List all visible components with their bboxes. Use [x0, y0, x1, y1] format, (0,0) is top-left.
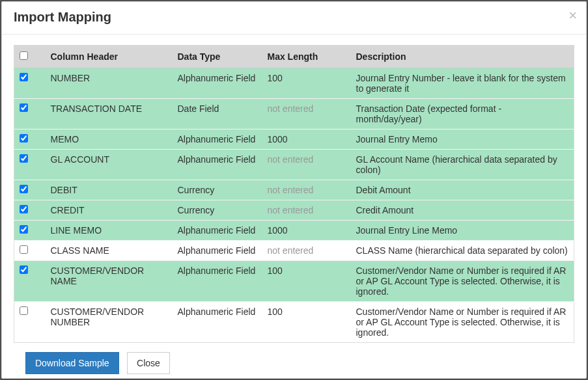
header-select-all	[14, 46, 46, 68]
row-column-header: TRANSACTION DATE	[46, 99, 173, 129]
row-description: Journal Entry Line Memo	[351, 221, 574, 241]
modal-footer: Download Sample Close	[14, 343, 574, 379]
row-data-type: Alphanumeric Field	[173, 221, 262, 241]
header-description: Description	[351, 46, 574, 68]
row-max-length: not entered	[262, 99, 351, 129]
row-checkbox[interactable]	[20, 205, 28, 213]
row-data-type: Alphanumeric Field	[173, 129, 262, 150]
row-description: Journal Entry Number - leave it blank fo…	[351, 68, 574, 99]
mapping-table: Column Header Data Type Max Length Descr…	[14, 45, 574, 343]
table-row: NUMBERAlphanumeric Field100Journal Entry…	[14, 68, 574, 99]
table-row: CUSTOMER/VENDOR NUMBERAlphanumeric Field…	[14, 302, 574, 343]
row-max-length: not entered	[262, 241, 351, 261]
row-checkbox[interactable]	[20, 245, 28, 254]
download-sample-button[interactable]: Download Sample	[25, 352, 119, 374]
row-column-header: CREDIT	[46, 200, 173, 221]
row-column-header: CLASS NAME	[46, 241, 173, 261]
row-data-type: Alphanumeric Field	[173, 302, 262, 343]
import-mapping-modal: × Import Mapping Column Header Data Type…	[1, 1, 587, 379]
row-column-header: CUSTOMER/VENDOR NAME	[46, 261, 173, 302]
row-checkbox[interactable]	[20, 73, 28, 81]
row-data-type: Alphanumeric Field	[173, 68, 262, 99]
row-description: Transaction Date (expected format - mont…	[351, 99, 574, 129]
table-row: MEMOAlphanumeric Field1000Journal Entry …	[14, 129, 574, 150]
table-row: DEBITCurrencynot enteredDebit Amount	[14, 180, 574, 200]
row-max-length: not entered	[262, 180, 351, 200]
row-column-header: MEMO	[46, 129, 173, 150]
header-column-header: Column Header	[46, 46, 173, 68]
row-checkbox[interactable]	[20, 154, 28, 163]
row-data-type: Currency	[173, 200, 262, 221]
row-description: Credit Amount	[351, 200, 574, 221]
modal-title: Import Mapping	[2, 2, 586, 34]
header-max-length: Max Length	[262, 46, 351, 68]
row-max-length: 1000	[262, 221, 351, 241]
row-checkbox[interactable]	[20, 185, 28, 193]
row-checkbox[interactable]	[20, 265, 28, 274]
row-description: CLASS Name (hierarchical data separated …	[351, 241, 574, 261]
row-max-length: 100	[262, 302, 351, 343]
row-max-length: not entered	[262, 150, 351, 180]
row-max-length: 1000	[262, 129, 351, 150]
close-button[interactable]: Close	[127, 352, 170, 374]
row-checkbox[interactable]	[20, 103, 28, 112]
row-description: Debit Amount	[351, 180, 574, 200]
row-description: Customer/Vendor Name or Number is requir…	[351, 302, 574, 343]
row-data-type: Currency	[173, 180, 262, 200]
close-icon[interactable]: ×	[568, 8, 577, 23]
table-row: CLASS NAMEAlphanumeric Fieldnot enteredC…	[14, 241, 574, 261]
row-data-type: Alphanumeric Field	[173, 261, 262, 302]
row-description: Journal Entry Memo	[351, 129, 574, 150]
header-data-type: Data Type	[173, 46, 262, 68]
row-checkbox[interactable]	[20, 306, 28, 315]
table-row: LINE MEMOAlphanumeric Field1000Journal E…	[14, 221, 574, 241]
row-description: GL Account Name (hierarchical data separ…	[351, 150, 574, 180]
row-column-header: LINE MEMO	[46, 221, 173, 241]
row-column-header: CUSTOMER/VENDOR NUMBER	[46, 302, 173, 343]
row-max-length: 100	[262, 261, 351, 302]
row-data-type: Date Field	[173, 99, 262, 129]
row-description: Customer/Vendor Name or Number is requir…	[351, 261, 574, 302]
row-data-type: Alphanumeric Field	[173, 150, 262, 180]
row-column-header: GL ACCOUNT	[46, 150, 173, 180]
row-max-length: 100	[262, 68, 351, 99]
row-column-header: DEBIT	[46, 180, 173, 200]
row-max-length: not entered	[262, 200, 351, 221]
row-data-type: Alphanumeric Field	[173, 241, 262, 261]
row-checkbox[interactable]	[20, 134, 28, 142]
table-row: TRANSACTION DATEDate Fieldnot enteredTra…	[14, 99, 574, 129]
select-all-checkbox[interactable]	[20, 51, 28, 60]
modal-body: Column Header Data Type Max Length Descr…	[2, 34, 586, 379]
table-row: CUSTOMER/VENDOR NAMEAlphanumeric Field10…	[14, 261, 574, 302]
table-row: CREDITCurrencynot enteredCredit Amount	[14, 200, 574, 221]
table-row: GL ACCOUNTAlphanumeric Fieldnot enteredG…	[14, 150, 574, 180]
row-checkbox[interactable]	[20, 225, 28, 234]
row-column-header: NUMBER	[46, 68, 173, 99]
